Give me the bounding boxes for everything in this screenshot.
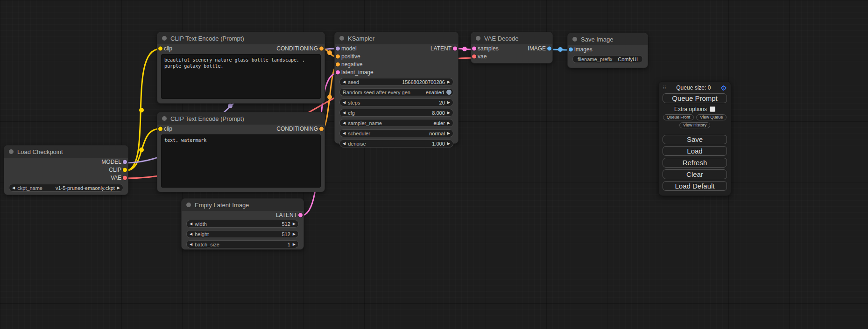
- drag-handle-icon[interactable]: ⠿: [663, 85, 666, 91]
- toggle-dot[interactable]: [446, 90, 452, 95]
- widget-random-seed-toggle[interactable]: Random seed after every gen enabled: [339, 88, 453, 96]
- input-dot-clip[interactable]: [158, 46, 162, 50]
- collapse-dot[interactable]: [186, 203, 191, 207]
- increment-arrow-icon[interactable]: ▶: [117, 186, 120, 190]
- input-dot-model[interactable]: [336, 46, 340, 50]
- input-dot-samples[interactable]: [472, 46, 476, 50]
- collapse-dot[interactable]: [162, 116, 167, 121]
- refresh-button[interactable]: Refresh: [663, 158, 727, 168]
- node-empty-latent-image[interactable]: Empty Latent Image LATENT ◀ width 512 ▶ …: [181, 198, 304, 250]
- wire-midpoint-dot: [327, 50, 332, 55]
- decrement-arrow-icon[interactable]: ◀: [343, 101, 346, 105]
- wire-midpoint-dot: [139, 108, 144, 112]
- view-history-button[interactable]: View History: [679, 122, 710, 128]
- decrement-arrow-icon[interactable]: ◀: [343, 80, 346, 84]
- node-title-bar[interactable]: CLIP Text Encode (Prompt): [157, 112, 325, 125]
- increment-arrow-icon[interactable]: ▶: [447, 132, 450, 135]
- widget-filename-prefix[interactable]: filename_prefix ComfyUI: [572, 55, 643, 63]
- slot-row: samples IMAGE: [471, 44, 552, 52]
- slot-dot-clip[interactable]: [123, 168, 127, 172]
- input-dot-clip[interactable]: [158, 126, 162, 131]
- decrement-arrow-icon[interactable]: ◀: [190, 232, 192, 236]
- queue-prompt-button[interactable]: Queue Prompt: [663, 93, 727, 103]
- widget-batch-size[interactable]: ◀ batch_size 1 ▶: [186, 240, 299, 248]
- increment-arrow-icon[interactable]: ▶: [293, 232, 296, 236]
- input-slot-positive: positive: [335, 52, 458, 60]
- slot-dot-model[interactable]: [123, 160, 127, 164]
- slot-dot-vae[interactable]: [123, 175, 127, 180]
- increment-arrow-icon[interactable]: ▶: [293, 243, 296, 246]
- node-clip-text-encode-positive[interactable]: CLIP Text Encode (Prompt) clip CONDITION…: [157, 32, 325, 104]
- decrement-arrow-icon[interactable]: ◀: [190, 243, 192, 246]
- node-title-bar[interactable]: KSampler: [335, 32, 458, 44]
- widget-ckpt-name[interactable]: ◀ ckpt_name v1-5-pruned-emaonly.ckpt ▶: [9, 184, 123, 192]
- output-slot-vae: VAE: [4, 174, 128, 182]
- queue-buttons-row: Queue Front View Queue: [663, 114, 727, 120]
- load-default-button[interactable]: Load Default: [663, 181, 727, 191]
- decrement-arrow-icon[interactable]: ◀: [343, 121, 346, 125]
- input-dot-latent-image[interactable]: [336, 70, 340, 74]
- increment-arrow-icon[interactable]: ▶: [447, 121, 450, 125]
- increment-arrow-icon[interactable]: ▶: [293, 222, 296, 226]
- widget-denoise[interactable]: ◀ denoise 1.000 ▶: [339, 140, 453, 147]
- collapse-dot[interactable]: [9, 149, 14, 154]
- collapse-dot[interactable]: [476, 36, 480, 41]
- clear-button[interactable]: Clear: [663, 169, 727, 179]
- decrement-arrow-icon[interactable]: ◀: [12, 186, 15, 190]
- slot-row: model LATENT: [335, 44, 458, 52]
- widget-steps[interactable]: ◀ steps 20 ▶: [339, 98, 453, 106]
- increment-arrow-icon[interactable]: ▶: [447, 111, 450, 115]
- wire-clip-to-negative-prompt: [125, 129, 160, 171]
- view-queue-button[interactable]: View Queue: [696, 114, 727, 120]
- positive-prompt-textarea[interactable]: beautiful scenery nature glass bottle la…: [161, 54, 321, 99]
- node-title-bar[interactable]: Save Image: [568, 33, 648, 45]
- node-title: CLIP Text Encode (Prompt): [170, 35, 244, 42]
- output-dot-conditioning[interactable]: [319, 46, 324, 50]
- widget-height[interactable]: ◀ height 512 ▶: [186, 230, 299, 238]
- decrement-arrow-icon[interactable]: ◀: [343, 111, 346, 115]
- node-graph-canvas[interactable]: Load Checkpoint MODEL CLIP VAE ◀ ckpt_na…: [0, 0, 868, 329]
- extra-options-checkbox[interactable]: [710, 106, 715, 112]
- save-button[interactable]: Save: [663, 135, 727, 145]
- input-dot-vae[interactable]: [472, 54, 476, 58]
- increment-arrow-icon[interactable]: ▶: [447, 142, 450, 146]
- node-ksampler[interactable]: KSampler model LATENT positive negative …: [334, 32, 459, 144]
- input-dot-negative[interactable]: [336, 62, 340, 66]
- node-vae-decode[interactable]: VAE Decode samples IMAGE vae: [471, 32, 553, 63]
- input-dot-images[interactable]: [569, 47, 573, 51]
- widget-width[interactable]: ◀ width 512 ▶: [186, 220, 299, 228]
- settings-gear-icon[interactable]: ⚙: [721, 84, 727, 91]
- widget-cfg[interactable]: ◀ cfg 8.000 ▶: [339, 109, 453, 117]
- node-title: KSampler: [348, 35, 374, 42]
- wire-midpoint-dot: [327, 95, 332, 99]
- widget-sampler-name[interactable]: ◀ sampler_name euler ▶: [339, 119, 453, 127]
- collapse-dot[interactable]: [339, 36, 344, 41]
- load-button[interactable]: Load: [663, 146, 727, 156]
- increment-arrow-icon[interactable]: ▶: [447, 101, 450, 105]
- node-title-bar[interactable]: Load Checkpoint: [4, 146, 128, 158]
- node-save-image[interactable]: Save Image images filename_prefix ComfyU…: [567, 33, 648, 68]
- slot-dot-latent[interactable]: [298, 213, 303, 217]
- node-title-bar[interactable]: Empty Latent Image: [182, 199, 303, 211]
- node-title: Empty Latent Image: [195, 202, 249, 209]
- node-title-bar[interactable]: VAE Decode: [471, 32, 552, 44]
- spacer: [663, 130, 727, 133]
- widget-seed[interactable]: ◀ seed 156680208700286 ▶: [339, 78, 453, 86]
- queue-front-button[interactable]: Queue Front: [663, 114, 694, 120]
- collapse-dot[interactable]: [572, 37, 577, 42]
- node-load-checkpoint[interactable]: Load Checkpoint MODEL CLIP VAE ◀ ckpt_na…: [4, 145, 128, 195]
- output-dot-latent[interactable]: [453, 46, 457, 50]
- increment-arrow-icon[interactable]: ▶: [447, 80, 450, 84]
- output-dot-conditioning[interactable]: [319, 126, 324, 131]
- collapse-dot[interactable]: [162, 36, 167, 41]
- negative-prompt-textarea[interactable]: text, watermark: [161, 134, 321, 188]
- decrement-arrow-icon[interactable]: ◀: [343, 142, 346, 146]
- input-dot-positive[interactable]: [336, 54, 340, 58]
- node-title: Load Checkpoint: [17, 148, 63, 155]
- node-clip-text-encode-negative[interactable]: CLIP Text Encode (Prompt) clip CONDITION…: [157, 112, 325, 192]
- decrement-arrow-icon[interactable]: ◀: [343, 132, 346, 135]
- node-title-bar[interactable]: CLIP Text Encode (Prompt): [157, 32, 325, 44]
- output-dot-image[interactable]: [547, 46, 551, 50]
- decrement-arrow-icon[interactable]: ◀: [190, 222, 192, 226]
- widget-scheduler[interactable]: ◀ scheduler normal ▶: [339, 129, 453, 137]
